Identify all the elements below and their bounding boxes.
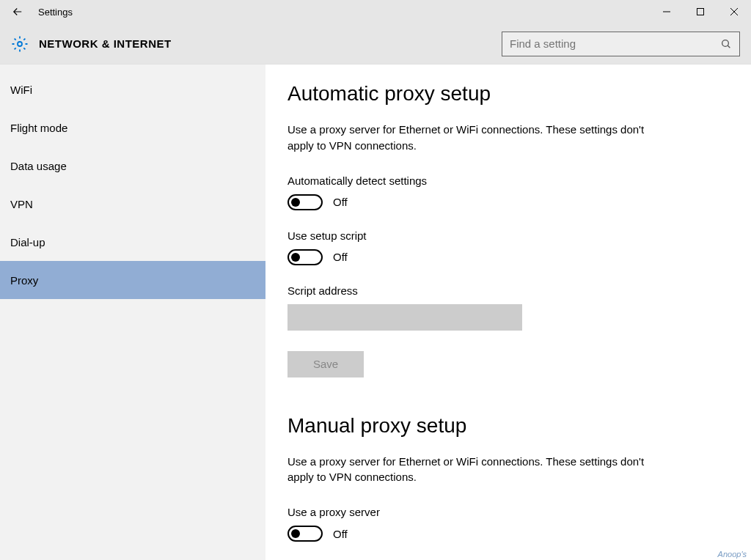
sidebar-item-proxy[interactable]: Proxy [0,261,265,299]
script-address-label: Script address [287,284,729,297]
auto-detect-toggle[interactable] [287,194,323,210]
maximize-button[interactable] [684,0,717,23]
sidebar-item-wifi[interactable]: WiFi [0,70,265,108]
sidebar-item-flight-mode[interactable]: Flight mode [0,108,265,147]
sidebar-item-dial-up[interactable]: Dial-up [0,223,265,261]
titlebar-left: Settings [6,0,73,23]
window-title: Settings [38,7,73,18]
automatic-description: Use a proxy server for Ethernet or WiFi … [287,122,662,154]
back-button[interactable] [6,0,29,23]
maximize-icon [696,7,705,16]
toggle-knob-icon [291,198,300,207]
svg-rect-1 [697,9,704,15]
sidebar: WiFi Flight mode Data usage VPN Dial-up … [0,65,265,560]
page-title: NETWORK & INTERNET [39,37,172,50]
automatic-heading: Automatic proxy setup [287,82,729,106]
back-arrow-icon [11,5,24,18]
manual-heading: Manual proxy setup [287,414,729,438]
titlebar: Settings [0,0,751,23]
use-script-state: Off [333,251,348,263]
minimize-icon [662,7,671,16]
manual-description: Use a proxy server for Ethernet or WiFi … [287,454,662,486]
use-proxy-toggle-row: Off [287,526,729,542]
search-box[interactable] [502,32,740,56]
toggle-knob-icon [291,253,300,262]
sidebar-item-vpn[interactable]: VPN [0,185,265,223]
content: WiFi Flight mode Data usage VPN Dial-up … [0,65,751,560]
auto-detect-toggle-row: Off [287,194,729,210]
gear-icon [11,35,29,53]
auto-detect-state: Off [333,196,348,208]
save-button[interactable]: Save [287,351,364,377]
script-address-input[interactable] [287,304,522,331]
svg-line-6 [728,45,730,48]
minimize-button[interactable] [650,0,684,23]
sidebar-item-data-usage[interactable]: Data usage [0,147,265,185]
search-input[interactable] [510,37,720,50]
use-proxy-label: Use a proxy server [287,506,729,518]
use-script-label: Use setup script [287,229,729,242]
use-proxy-toggle[interactable] [287,526,323,542]
header-left: NETWORK & INTERNET [11,35,172,53]
close-icon [730,7,739,16]
window-controls [650,0,751,23]
main: Automatic proxy setup Use a proxy server… [265,65,751,560]
header: NETWORK & INTERNET [0,23,751,65]
use-script-toggle[interactable] [287,249,323,265]
auto-detect-label: Automatically detect settings [287,174,729,187]
svg-point-4 [18,42,22,46]
svg-point-5 [722,40,729,46]
use-script-toggle-row: Off [287,249,729,265]
toggle-knob-icon [291,529,300,538]
use-proxy-state: Off [333,528,348,540]
watermark: Anoop's [718,550,747,559]
close-button[interactable] [717,0,751,23]
search-icon [720,38,732,50]
